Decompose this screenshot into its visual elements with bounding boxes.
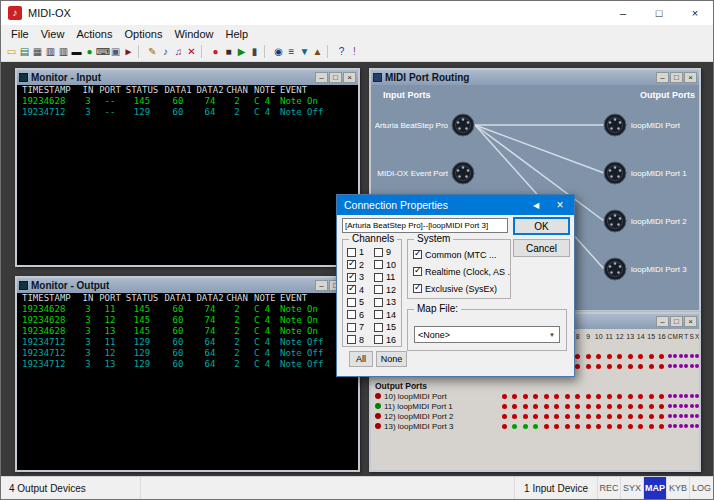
about-icon[interactable]: ! <box>348 44 361 59</box>
monitor-output-body[interactable]: TIMESTAMPINPORTSTATUSDATA1DATA2CHANNOTEE… <box>17 293 358 470</box>
metronome-icon[interactable]: ▲ <box>311 44 324 59</box>
system-checkbox[interactable]: Common (MTC ... <box>413 246 510 263</box>
minimize-icon[interactable]: – <box>315 280 328 291</box>
channel-2-checkbox[interactable]: 2 <box>347 259 374 272</box>
port-routing-titlebar[interactable]: MIDI Port Routing – □ × <box>371 70 699 85</box>
control-panel-icon[interactable]: ▣ <box>109 44 122 59</box>
data-filter-icon[interactable]: ▼ <box>298 44 311 59</box>
midi-connector-icon[interactable] <box>603 161 627 185</box>
port-routing-buttons: – □ × <box>656 72 697 83</box>
close-icon[interactable]: × <box>684 316 697 327</box>
menu-file[interactable]: File <box>5 27 35 41</box>
channel-8-checkbox[interactable]: 8 <box>347 334 374 347</box>
monitor-input-titlebar[interactable]: Monitor - Input – □ × <box>17 70 358 85</box>
maximize-icon[interactable]: □ <box>641 1 677 25</box>
minimize-icon[interactable]: – <box>656 316 669 327</box>
output-port[interactable]: loopMIDI Port <box>603 113 680 137</box>
chevron-down-icon[interactable]: ▼ <box>545 332 559 338</box>
menu-help[interactable]: Help <box>220 27 255 41</box>
channel-11-checkbox[interactable]: 11 <box>374 271 401 284</box>
channel-7-checkbox[interactable]: 7 <box>347 321 374 334</box>
midi-connector-icon[interactable] <box>451 161 475 185</box>
pause-icon[interactable]: ▮ <box>248 44 261 59</box>
stop-icon[interactable]: ■ <box>222 44 235 59</box>
channel-15-checkbox[interactable]: 15 <box>374 321 401 334</box>
midi-connector-icon[interactable] <box>603 257 627 281</box>
maximize-icon[interactable]: □ <box>670 72 683 83</box>
input-port[interactable]: MIDI-OX Event Port <box>373 161 475 185</box>
view-flags-icon[interactable]: ► <box>122 44 135 59</box>
context-help-icon[interactable]: ◀ <box>526 201 546 210</box>
edit-sysex-icon[interactable]: ✎ <box>146 44 159 59</box>
output-port[interactable]: loopMIDI Port 1 <box>603 161 687 185</box>
play-icon[interactable]: ▶ <box>235 44 248 59</box>
midi-connector-icon[interactable] <box>451 113 475 137</box>
titlebar[interactable]: ♪ MIDI-OX – □ × <box>1 1 713 25</box>
monitor-cell: 145 <box>123 326 161 337</box>
capture-icon[interactable]: ◉ <box>272 44 285 59</box>
channel-dot-cell <box>573 404 584 409</box>
channel-dot-cell <box>594 424 605 429</box>
ok-button[interactable]: OK <box>513 217 570 235</box>
all-button[interactable]: All <box>349 351 373 367</box>
midi-devices-icon[interactable]: ▦ <box>31 44 44 59</box>
system-checkbox[interactable]: Realtime (Clock, AS ... <box>413 263 510 280</box>
scroll-mode-icon[interactable]: ≡ <box>285 44 298 59</box>
input-port[interactable]: Arturia BeatStep Pro <box>373 113 475 137</box>
maximize-icon[interactable]: □ <box>670 316 683 327</box>
monitor-input-icon[interactable]: ▥ <box>44 44 57 59</box>
cancel-button[interactable]: Cancel <box>513 239 570 257</box>
midi-strings-icon[interactable]: ♪ <box>159 44 172 59</box>
minimize-icon[interactable]: – <box>605 1 641 25</box>
minimize-icon[interactable]: – <box>656 72 669 83</box>
channel-13-checkbox[interactable]: 13 <box>374 296 401 309</box>
close-icon[interactable]: × <box>677 1 713 25</box>
channel-1-checkbox[interactable]: 1 <box>347 246 374 259</box>
menu-options[interactable]: Options <box>118 27 168 41</box>
channel-dot-cell <box>625 404 636 409</box>
port-routing-icon[interactable]: ▤ <box>18 44 31 59</box>
connection-name-field[interactable] <box>342 218 508 233</box>
channels-group-label: Channels <box>349 233 397 244</box>
close-icon[interactable]: × <box>343 72 356 83</box>
close-icon[interactable]: × <box>684 72 697 83</box>
channel-16-checkbox[interactable]: 16 <box>374 334 401 347</box>
output-port[interactable]: loopMIDI Port 2 <box>603 209 687 233</box>
open-file-icon[interactable]: ▭ <box>5 44 18 59</box>
pass-midi-icon[interactable]: ● <box>83 44 96 59</box>
monitor-output-icon[interactable]: ▥ <box>57 44 70 59</box>
monitor-cell: Note Off <box>275 337 335 348</box>
dialog-titlebar[interactable]: Connection Properties ◀ × <box>337 195 574 215</box>
channel-12-checkbox[interactable]: 12 <box>374 284 401 297</box>
monitor-row: 1923462831314560742C 4Note On <box>17 326 358 337</box>
maximize-icon[interactable]: □ <box>329 72 342 83</box>
help-icon[interactable]: ? <box>335 44 348 59</box>
clear-display-icon[interactable]: ✕ <box>185 44 198 59</box>
piano-keyboard-icon[interactable]: ⌨ <box>96 44 109 59</box>
midi-connector-icon[interactable] <box>603 113 627 137</box>
channel-9-checkbox[interactable]: 9 <box>374 246 401 259</box>
channel-14-checkbox[interactable]: 14 <box>374 309 401 322</box>
close-icon[interactable]: × <box>546 198 574 212</box>
none-button[interactable]: None <box>376 351 407 367</box>
menu-view[interactable]: View <box>35 27 71 41</box>
channel-dot <box>596 354 601 359</box>
data-display-icon[interactable]: ▬ <box>70 44 83 59</box>
channel-4-checkbox[interactable]: 4 <box>347 284 374 297</box>
midi-connector-icon[interactable] <box>603 209 627 233</box>
note-mapper-icon[interactable]: ♫ <box>172 44 185 59</box>
menu-window[interactable]: Window <box>168 27 219 41</box>
channel-5-checkbox[interactable]: 5 <box>347 296 374 309</box>
menu-actions[interactable]: Actions <box>70 27 118 41</box>
map-file-combobox[interactable]: <None> ▼ <box>414 326 560 343</box>
monitor-input-body[interactable]: TIMESTAMPINPORTSTATUSDATA1DATA2CHANNOTEE… <box>17 85 358 265</box>
channel-dot-cell <box>646 364 657 369</box>
minimize-icon[interactable]: – <box>315 72 328 83</box>
channel-10-checkbox[interactable]: 10 <box>374 259 401 272</box>
channel-3-checkbox[interactable]: 3 <box>347 271 374 284</box>
monitor-output-titlebar[interactable]: Monitor - Output – □ × <box>17 278 358 293</box>
channel-6-checkbox[interactable]: 6 <box>347 309 374 322</box>
record-icon[interactable]: ● <box>209 44 222 59</box>
output-port[interactable]: loopMIDI Port 3 <box>603 257 687 281</box>
system-checkbox[interactable]: Exclusive (SysEx) <box>413 280 510 297</box>
